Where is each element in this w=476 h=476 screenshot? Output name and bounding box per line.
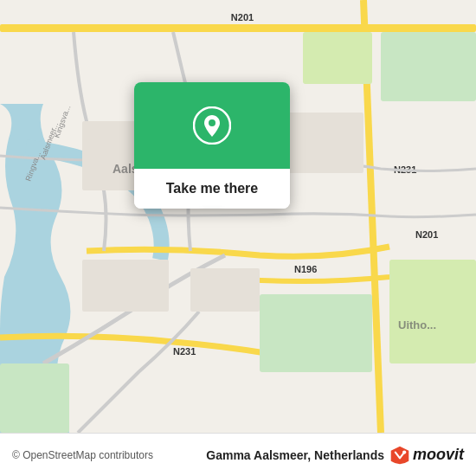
- moovit-icon: [389, 445, 410, 466]
- svg-text:N201: N201: [415, 229, 438, 240]
- svg-rect-9: [381, 32, 476, 101]
- svg-text:N196: N196: [294, 264, 317, 274]
- map-area: N201 N231 N231 N231 N196 N196 N201: [0, 0, 476, 433]
- svg-rect-12: [260, 294, 372, 372]
- footer-right: Gamma Aalsmeer, Netherlands moovit: [206, 445, 464, 466]
- moovit-label: moovit: [413, 446, 464, 464]
- svg-text:Uitho...: Uitho...: [398, 318, 436, 331]
- svg-rect-18: [190, 268, 260, 312]
- location-popup: Take me there: [134, 82, 290, 209]
- location-title: Gamma Aalsmeer, Netherlands: [206, 448, 384, 462]
- footer-left: © OpenStreetMap contributors: [12, 449, 153, 461]
- popup-header: [134, 82, 290, 169]
- svg-point-25: [209, 119, 215, 126]
- svg-rect-16: [277, 113, 363, 173]
- svg-point-26: [402, 450, 406, 453]
- svg-text:N201: N201: [231, 12, 254, 23]
- svg-rect-13: [0, 363, 69, 433]
- svg-text:N231: N231: [173, 346, 196, 357]
- take-me-there-button[interactable]: Take me there: [134, 169, 290, 209]
- moovit-logo: moovit: [389, 445, 464, 466]
- footer-bar: © OpenStreetMap contributors Gamma Aalsm…: [0, 433, 476, 476]
- copyright-text: © OpenStreetMap contributors: [12, 449, 153, 461]
- svg-rect-11: [389, 260, 476, 363]
- location-pin-icon: [193, 106, 231, 145]
- svg-rect-10: [303, 32, 372, 84]
- svg-rect-1: [0, 24, 476, 32]
- svg-rect-17: [82, 260, 169, 312]
